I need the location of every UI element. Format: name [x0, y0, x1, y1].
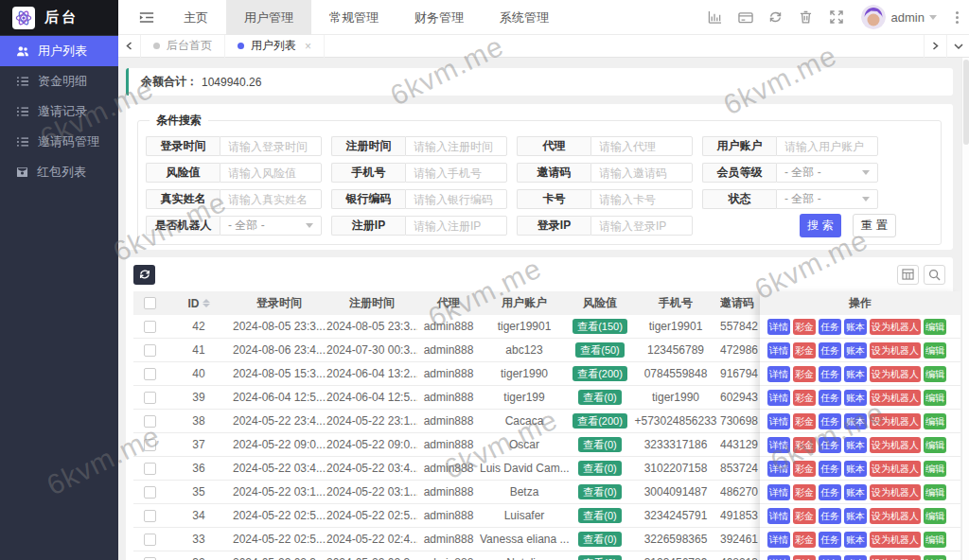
ledger-button[interactable]: 账本: [844, 366, 867, 382]
set-robot-button[interactable]: 设为机器人: [870, 532, 921, 548]
nav-item[interactable]: 系统管理: [482, 0, 567, 35]
detail-button[interactable]: 详情: [767, 508, 790, 524]
ledger-button[interactable]: 账本: [844, 319, 867, 335]
ledger-button[interactable]: 账本: [844, 390, 867, 406]
refresh-icon[interactable]: [761, 0, 791, 35]
fullscreen-icon[interactable]: [821, 0, 852, 35]
risk-view-badge[interactable]: 查看(200): [573, 366, 627, 381]
risk-view-badge[interactable]: 查看(0): [578, 390, 621, 405]
field-input[interactable]: [590, 189, 693, 209]
ledger-button[interactable]: 账本: [844, 484, 867, 500]
bonus-button[interactable]: 彩金: [793, 461, 816, 477]
field-select[interactable]: - 全部 -: [776, 189, 878, 209]
detail-button[interactable]: 详情: [767, 342, 790, 359]
set-robot-button[interactable]: 设为机器人: [870, 390, 921, 406]
set-robot-button[interactable]: 设为机器人: [870, 413, 921, 429]
select-all-checkbox[interactable]: [144, 297, 156, 309]
ledger-button[interactable]: 账本: [844, 342, 867, 359]
risk-view-badge[interactable]: 查看(0): [578, 484, 621, 499]
ledger-button[interactable]: 账本: [844, 508, 867, 524]
tabs-dropdown-icon[interactable]: [946, 35, 969, 58]
task-button[interactable]: 任务: [819, 319, 841, 335]
field-input[interactable]: [405, 216, 507, 236]
trash-icon[interactable]: [791, 0, 821, 35]
detail-button[interactable]: 详情: [767, 366, 790, 382]
user-menu[interactable]: admin: [891, 10, 944, 25]
row-checkbox[interactable]: [144, 463, 156, 475]
bonus-button[interactable]: 彩金: [793, 484, 816, 500]
nav-item[interactable]: 常规管理: [311, 0, 396, 35]
task-button[interactable]: 任务: [819, 437, 841, 453]
set-robot-button[interactable]: 设为机器人: [870, 366, 921, 382]
ledger-button[interactable]: 账本: [844, 461, 867, 477]
sidebar-item[interactable]: 用户列表: [0, 36, 118, 66]
nav-item[interactable]: 财务管理: [396, 0, 482, 35]
edit-button[interactable]: 编辑: [924, 342, 946, 359]
nav-item[interactable]: 用户管理: [226, 0, 311, 35]
bonus-button[interactable]: 彩金: [793, 437, 816, 453]
edit-button[interactable]: 编辑: [924, 437, 946, 453]
bonus-button[interactable]: 彩金: [793, 508, 816, 524]
tab[interactable]: 后台首页: [141, 35, 225, 58]
row-checkbox[interactable]: [144, 321, 156, 333]
scrollbar-thumb[interactable]: [963, 60, 969, 145]
task-button[interactable]: 任务: [819, 484, 841, 500]
row-checkbox[interactable]: [144, 344, 156, 357]
set-robot-button[interactable]: 设为机器人: [870, 437, 921, 453]
risk-view-badge[interactable]: 查看(0): [578, 437, 621, 452]
field-input[interactable]: [405, 189, 507, 209]
edit-button[interactable]: 编辑: [924, 413, 946, 429]
risk-view-badge[interactable]: 查看(150): [573, 319, 627, 334]
field-input[interactable]: [590, 216, 693, 236]
field-select[interactable]: - 全部 -: [220, 216, 322, 236]
card-icon[interactable]: [731, 0, 761, 35]
row-checkbox[interactable]: [144, 510, 156, 522]
field-input[interactable]: [220, 163, 322, 183]
scrollbar[interactable]: [961, 58, 969, 560]
edit-button[interactable]: 编辑: [924, 532, 946, 548]
tabs-scroll-right-icon[interactable]: [924, 35, 946, 58]
collapse-sidebar-icon[interactable]: [139, 11, 154, 24]
row-checkbox[interactable]: [144, 486, 156, 499]
chart-icon[interactable]: [700, 0, 731, 35]
row-checkbox[interactable]: [144, 368, 156, 380]
edit-button[interactable]: 编辑: [924, 390, 946, 406]
ledger-button[interactable]: 账本: [844, 555, 867, 560]
sidebar-item[interactable]: 邀请记录: [0, 96, 118, 127]
edit-button[interactable]: 编辑: [924, 555, 946, 560]
bonus-button[interactable]: 彩金: [793, 413, 816, 429]
row-checkbox[interactable]: [144, 534, 156, 546]
risk-view-badge[interactable]: 查看(200): [573, 413, 627, 429]
tab[interactable]: 用户列表 ×: [225, 35, 325, 58]
bonus-button[interactable]: 彩金: [793, 555, 816, 560]
sidebar-item[interactable]: 资金明细: [0, 66, 118, 96]
edit-button[interactable]: 编辑: [924, 484, 946, 500]
sort-icon[interactable]: [203, 299, 210, 307]
field-input[interactable]: [405, 163, 507, 183]
table-refresh-icon[interactable]: [133, 265, 155, 285]
risk-view-badge[interactable]: 查看(0): [578, 532, 621, 547]
bonus-button[interactable]: 彩金: [793, 342, 816, 359]
field-input[interactable]: [405, 136, 507, 156]
ledger-button[interactable]: 账本: [844, 437, 867, 453]
bonus-button[interactable]: 彩金: [793, 390, 816, 406]
detail-button[interactable]: 详情: [767, 413, 790, 429]
risk-view-badge[interactable]: 查看(0): [578, 508, 621, 523]
detail-button[interactable]: 详情: [767, 532, 790, 548]
field-input[interactable]: [590, 163, 693, 183]
avatar[interactable]: [861, 5, 886, 29]
search-icon[interactable]: [924, 265, 945, 285]
bonus-button[interactable]: 彩金: [793, 532, 816, 548]
task-button[interactable]: 任务: [819, 390, 841, 406]
detail-button[interactable]: 详情: [767, 555, 790, 560]
sidebar-item[interactable]: 邀请码管理: [0, 127, 118, 157]
risk-view-badge[interactable]: 查看(0): [578, 461, 621, 476]
ledger-button[interactable]: 账本: [844, 413, 867, 429]
field-input[interactable]: [776, 136, 878, 156]
search-button[interactable]: 搜索: [800, 214, 841, 237]
field-input[interactable]: [220, 136, 322, 156]
reset-button[interactable]: 重置: [853, 214, 896, 237]
edit-button[interactable]: 编辑: [924, 508, 946, 524]
row-checkbox[interactable]: [144, 415, 156, 428]
field-input[interactable]: [590, 136, 693, 156]
